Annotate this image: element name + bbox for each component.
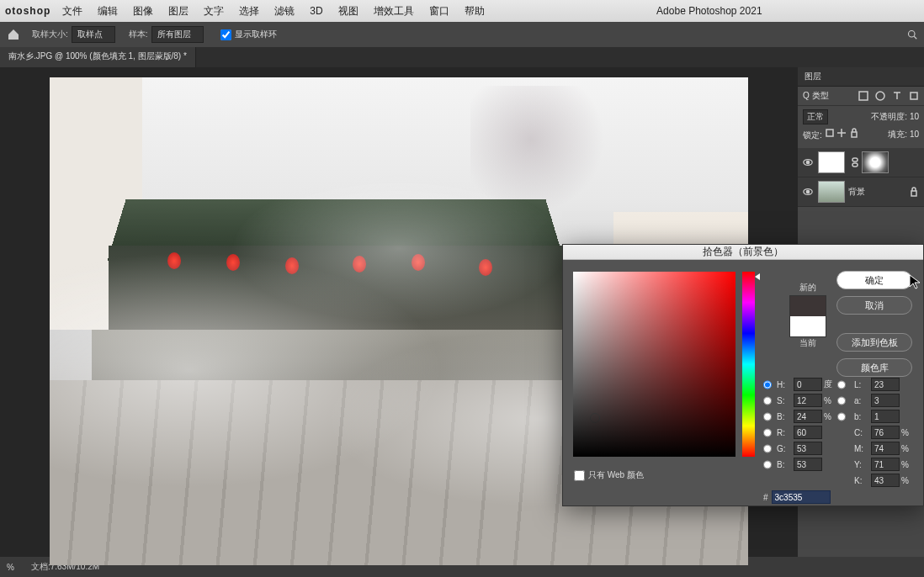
add-swatch-button[interactable]: 添加到色板 (836, 333, 912, 352)
blend-mode-select[interactable]: 正常 (803, 109, 828, 124)
menu-edit[interactable]: 编辑 (98, 4, 118, 19)
filter-image-icon[interactable] (858, 91, 868, 101)
visibility-icon[interactable] (803, 187, 813, 197)
window-title: Adobe Photoshop 2021 (500, 5, 919, 17)
menu-window[interactable]: 窗口 (429, 4, 449, 19)
radio-l[interactable] (837, 379, 846, 390)
input-g[interactable] (794, 442, 822, 455)
input-m[interactable] (871, 442, 900, 455)
input-a[interactable] (871, 394, 900, 407)
new-color-label: 新的 (799, 282, 816, 294)
web-only-checkbox[interactable]: 只有 Web 颜色 (574, 469, 644, 481)
menu-image[interactable]: 图像 (133, 4, 153, 19)
mask-thumbnail[interactable] (862, 151, 889, 173)
label-k: K: (854, 476, 869, 485)
input-s[interactable] (794, 394, 822, 407)
lock-position-icon[interactable] (836, 128, 847, 138)
input-r[interactable] (794, 426, 822, 439)
label-g: G: (777, 444, 792, 453)
hex-label: # (763, 493, 768, 502)
menu-filter[interactable]: 滤镜 (274, 4, 295, 19)
web-only-input[interactable] (574, 470, 585, 481)
input-c[interactable] (871, 426, 900, 439)
visibility-icon[interactable] (803, 157, 813, 167)
svg-rect-10 (852, 163, 858, 167)
menu-plugins[interactable]: 增效工具 (374, 4, 414, 19)
lock-all-icon[interactable] (849, 128, 859, 138)
filter-adjust-icon[interactable] (875, 91, 885, 101)
svg-rect-6 (852, 132, 857, 137)
options-bar: 取样大小: 取样点 样本: 所有图层 显示取样环 (0, 22, 924, 47)
document-tab[interactable]: 南水乡.JPG @ 100% (颜色填充 1, 图层蒙版/8) * (0, 47, 196, 67)
label-bv: B: (777, 412, 792, 421)
label-y: Y: (854, 460, 869, 469)
unit-s: % (824, 396, 836, 405)
input-l[interactable] (871, 378, 900, 391)
sample-layers-label: 样本: (129, 29, 148, 40)
lock-pixels-icon[interactable] (825, 128, 835, 138)
radio-b[interactable] (763, 411, 772, 422)
svg-line-1 (914, 36, 916, 39)
hex-input[interactable] (772, 490, 831, 504)
color-libraries-button[interactable]: 颜色库 (836, 358, 912, 377)
layer-row[interactable] (798, 148, 924, 177)
color-field[interactable] (573, 272, 735, 457)
cancel-button[interactable]: 取消 (836, 296, 912, 315)
filter-text-icon[interactable] (892, 91, 902, 101)
input-bv[interactable] (794, 410, 822, 423)
input-lab-b[interactable] (871, 410, 900, 423)
label-m: M: (854, 444, 869, 453)
filter-shape-icon[interactable] (909, 91, 919, 101)
zoom-level[interactable]: % (7, 563, 14, 572)
layers-list: 背景 (798, 148, 924, 207)
opacity-value[interactable]: 10 (910, 112, 919, 121)
web-only-label: 只有 Web 颜色 (588, 469, 644, 481)
current-color-swatch[interactable] (790, 316, 826, 336)
menu-help[interactable]: 帮助 (465, 4, 485, 19)
radio-lab-b[interactable] (837, 411, 846, 422)
svg-point-12 (806, 190, 809, 193)
sample-layers-select[interactable]: 所有图层 (151, 26, 204, 43)
menu-file[interactable]: 文件 (62, 4, 82, 19)
menu-layer[interactable]: 图层 (168, 4, 189, 19)
layer-thumbnail[interactable] (818, 151, 845, 173)
layer-row[interactable]: 背景 (798, 177, 924, 207)
radio-a[interactable] (837, 395, 846, 406)
input-h[interactable] (794, 378, 822, 391)
link-icon[interactable] (850, 157, 860, 167)
input-k[interactable] (871, 474, 900, 487)
menu-view[interactable]: 视图 (338, 4, 358, 19)
lock-label: 锁定: (803, 130, 822, 140)
radio-s[interactable] (763, 395, 772, 406)
show-sampling-ring-input[interactable] (220, 29, 231, 40)
sample-size-select[interactable]: 取样点 (72, 26, 115, 43)
layers-panel-tab[interactable]: 图层 (798, 67, 924, 87)
menu-select[interactable]: 选择 (239, 4, 259, 19)
search-icon[interactable] (907, 29, 917, 40)
menu-3d[interactable]: 3D (310, 5, 322, 17)
layer-thumbnail[interactable] (818, 181, 845, 203)
unit-k: % (901, 476, 913, 485)
radio-h[interactable] (763, 379, 772, 390)
radio-r[interactable] (763, 427, 772, 438)
menu-bar: otoshop 文件 编辑 图像 图层 文字 选择 滤镜 3D 视图 增效工具 … (0, 0, 924, 22)
input-bch[interactable] (794, 458, 822, 471)
unit-m: % (901, 444, 913, 453)
label-h: H: (777, 380, 792, 389)
mouse-cursor-icon (909, 274, 921, 289)
menu-type[interactable]: 文字 (204, 4, 224, 19)
label-c: C: (854, 428, 869, 437)
layers-options: 正常 不透明度: 10 锁定: 填充: 10 (798, 106, 924, 148)
hue-pointer[interactable] (755, 273, 760, 280)
ok-button[interactable]: 确定 (836, 271, 912, 289)
hue-slider[interactable] (742, 272, 755, 457)
color-field-cursor[interactable] (590, 413, 600, 423)
radio-g[interactable] (763, 443, 772, 454)
home-icon[interactable] (7, 28, 20, 41)
radio-bch[interactable] (763, 459, 772, 470)
layer-name[interactable]: 背景 (848, 186, 865, 198)
new-color-swatch[interactable] (790, 296, 826, 316)
show-sampling-ring-checkbox[interactable]: 显示取样环 (220, 29, 277, 40)
fill-value[interactable]: 10 (910, 130, 919, 139)
input-y[interactable] (871, 458, 900, 471)
